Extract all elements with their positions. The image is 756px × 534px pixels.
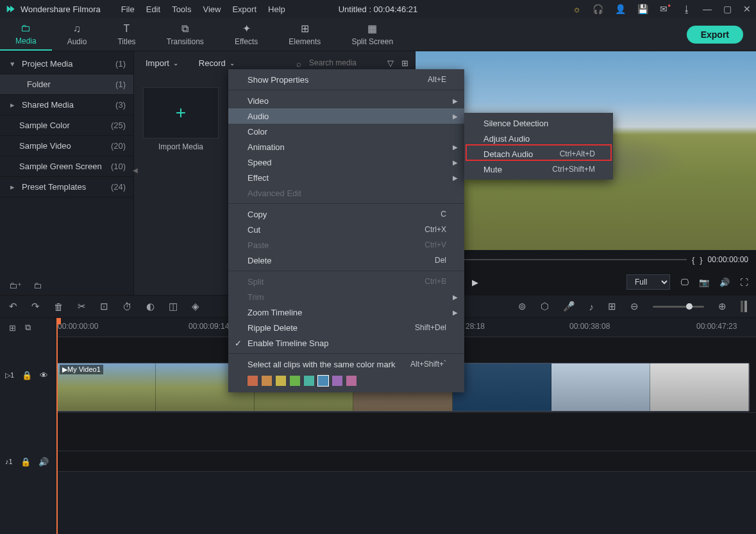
export-button[interactable]: Export	[687, 26, 743, 44]
step-forward-icon[interactable]: ▶	[472, 278, 478, 287]
color-swatch[interactable]	[248, 376, 258, 386]
tab-audio[interactable]: ♫Audio	[52, 18, 103, 51]
speed-icon[interactable]: ⏱	[122, 301, 132, 312]
tab-effects[interactable]: ✦Effects	[219, 18, 273, 51]
add-media-icon[interactable]: ⊞	[608, 301, 616, 312]
color-swatch[interactable]	[276, 376, 286, 386]
grid-view-icon[interactable]: ⊞	[401, 58, 408, 68]
timeline-view-toggle[interactable]	[741, 301, 747, 312]
render-icon[interactable]: ⊚	[518, 301, 526, 312]
color-icon[interactable]: ◐	[146, 301, 155, 312]
menu-tools[interactable]: Tools	[172, 4, 191, 14]
tab-transitions[interactable]: ⧉Transitions	[151, 18, 219, 51]
ctx-animation[interactable]: Animation▶	[228, 139, 464, 154]
tree-sample-color[interactable]: Sample Color(25)	[0, 115, 133, 136]
volume-icon[interactable]: 🔊	[719, 278, 730, 287]
lightbulb-icon[interactable]: ☼	[573, 4, 581, 14]
tree-project-media[interactable]: ▾Project Media(1)	[0, 54, 133, 74]
import-media-tile[interactable]: +	[143, 87, 219, 138]
mixer-icon[interactable]: ♪	[589, 301, 594, 312]
menu-export[interactable]: Export	[232, 4, 256, 14]
ctx-detach-audio[interactable]: Detach AudioCtrl+Alt+D	[464, 146, 613, 162]
color-swatch[interactable]	[332, 376, 342, 386]
record-dropdown[interactable]: Record⌄	[194, 56, 240, 70]
color-swatch[interactable]	[346, 376, 357, 386]
ctx-copy[interactable]: CopyC	[228, 206, 464, 222]
tree-shared-media[interactable]: ▸Shared Media(3)	[0, 95, 133, 115]
playhead[interactable]	[56, 318, 58, 534]
maximize-icon[interactable]: ▢	[723, 4, 732, 14]
color-swatch[interactable]	[318, 376, 328, 386]
camera-icon[interactable]: 📷	[699, 278, 709, 287]
download-icon[interactable]: ⭳	[682, 4, 691, 14]
link-icon[interactable]: ⧉	[25, 322, 31, 333]
ctx-ripple-delete[interactable]: Ripple DeleteShift+Del	[228, 320, 464, 335]
marker-icon[interactable]: ⬡	[541, 301, 549, 312]
ctx-effect[interactable]: Effect▶	[228, 170, 464, 185]
tree-folder[interactable]: Folder(1)	[0, 74, 133, 95]
undo-icon[interactable]: ↶	[9, 301, 17, 312]
headset-icon[interactable]: 🎧	[592, 4, 603, 14]
add-folder-icon[interactable]: 🗀⁺	[9, 281, 22, 290]
collapse-sidebar-icon[interactable]: ◀	[133, 167, 138, 174]
mark-in-bracket[interactable]: {	[692, 255, 694, 265]
user-icon[interactable]: 👤	[615, 4, 626, 14]
tab-elements[interactable]: ⊞Elements	[273, 18, 336, 51]
scissors-icon[interactable]: ✂	[78, 301, 86, 312]
tab-split-screen[interactable]: ▦Split Screen	[336, 18, 408, 51]
minimize-icon[interactable]: —	[703, 4, 712, 14]
ctx-show-properties[interactable]: Show PropertiesAlt+E	[228, 72, 464, 87]
folder-icon[interactable]: 🗀	[33, 281, 42, 290]
fullscreen-icon[interactable]: ⛶	[740, 278, 748, 287]
preview-quality-select[interactable]: Full	[626, 274, 670, 290]
save-icon[interactable]: 💾	[637, 4, 648, 14]
ctx-select-color-mark[interactable]: Select all clips with the same color mar…	[228, 356, 464, 372]
filter-icon[interactable]: ▽	[387, 58, 394, 68]
mail-icon[interactable]: ✉●	[660, 4, 671, 14]
timeline-options-icon[interactable]: ⊞	[9, 323, 16, 333]
menu-help[interactable]: Help	[268, 4, 285, 14]
menu-view[interactable]: View	[203, 4, 221, 14]
import-dropdown[interactable]: Import⌄	[140, 56, 183, 70]
speaker-icon[interactable]: 🔊	[38, 457, 49, 467]
search-input[interactable]	[296, 56, 380, 71]
ctx-audio[interactable]: Audio▶	[228, 108, 464, 124]
tree-sample-green-screen[interactable]: Sample Green Screen(10)	[0, 156, 133, 177]
ctx-delete[interactable]: DeleteDel	[228, 253, 464, 268]
ctx-cut[interactable]: CutCtrl+X	[228, 222, 464, 237]
zoom-out-icon[interactable]: ⊖	[630, 301, 639, 312]
lock-icon[interactable]: 🔒	[22, 371, 32, 380]
trash-icon[interactable]: 🗑	[54, 301, 63, 312]
keyframe-icon[interactable]: ◈	[192, 301, 199, 312]
lock-icon[interactable]: 🔒	[21, 457, 31, 467]
audio-track-icon[interactable]: ♪1	[5, 458, 13, 465]
eye-icon[interactable]: 👁	[40, 371, 48, 380]
ctx-video[interactable]: Video▶	[228, 93, 464, 108]
ctx-speed[interactable]: Speed▶	[228, 154, 464, 170]
ctx-mute[interactable]: MuteCtrl+Shift+M	[464, 162, 613, 177]
tree-sample-video[interactable]: Sample Video(20)	[0, 136, 133, 156]
redo-icon[interactable]: ↷	[31, 301, 40, 312]
color-swatch[interactable]	[304, 376, 314, 386]
crop-icon[interactable]: ⊡	[100, 301, 108, 312]
audio-track[interactable]	[56, 451, 756, 472]
ctx-adjust-audio[interactable]: Adjust Audio	[464, 131, 613, 146]
tab-media[interactable]: 🗀Media	[0, 18, 52, 51]
color-swatch[interactable]	[262, 376, 272, 386]
spacer-track[interactable]	[56, 413, 756, 451]
zoom-in-icon[interactable]: ⊕	[718, 301, 727, 312]
ctx-enable-snap[interactable]: ✓Enable Timeline Snap	[228, 335, 464, 351]
mic-icon[interactable]: 🎤	[563, 301, 575, 312]
video-track-icon[interactable]: ▷1	[5, 371, 14, 380]
mark-out-bracket[interactable]: }	[700, 255, 702, 265]
screen-icon[interactable]: 🖵	[680, 278, 689, 287]
green-screen-icon[interactable]: ◫	[169, 301, 178, 312]
menu-file[interactable]: File	[121, 4, 135, 14]
zoom-slider[interactable]	[653, 306, 704, 308]
color-swatch[interactable]	[290, 376, 300, 386]
close-icon[interactable]: ✕	[743, 4, 751, 14]
menu-edit[interactable]: Edit	[146, 4, 160, 14]
ctx-zoom-timeline[interactable]: Zoom Timeline▶	[228, 305, 464, 320]
tab-titles[interactable]: TTitles	[102, 18, 151, 51]
ctx-silence-detection[interactable]: Silence Detection	[464, 115, 613, 131]
